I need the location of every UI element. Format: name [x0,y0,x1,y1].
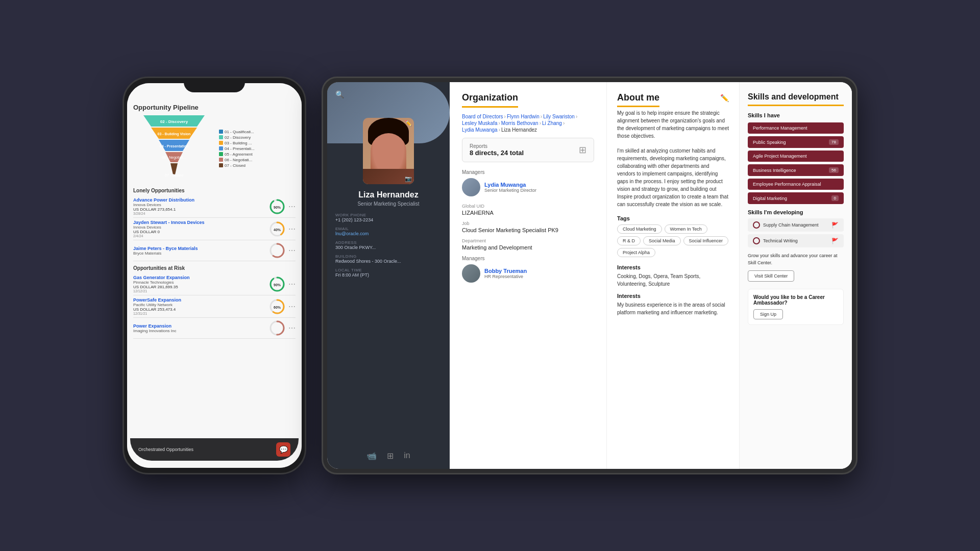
about-edit-icon[interactable]: ✏️ [720,94,729,102]
manager2-role: HR Representative [484,274,527,279]
org-chart-icon[interactable]: ⊞ [579,144,586,156]
chat-icon[interactable]: 💬 [276,442,290,457]
manager2-name[interactable]: Bobby Trueman [484,268,527,274]
email-detail: Email lnu@oracle.com [335,227,442,236]
global-uid-field: Global UID LIZAHERNA [462,204,594,216]
reports-label: Reports [470,143,524,149]
svg-text:04 - Presentation: 04 - Presentation [160,144,188,148]
progress-circle-90b: 90% [269,276,285,292]
svg-text:40%: 40% [274,228,281,232]
skill-agile[interactable]: Agile Project Management [748,151,844,162]
svg-text:90%: 90% [274,206,281,209]
tablet-screen: 🔍 ✏️ 📷 Liza Hernandez Senior Marketing S… [327,82,852,469]
email-value[interactable]: lnu@oracle.com [335,231,442,236]
progress-circle-60 [269,242,285,259]
interests-text: Cooking, Dogs, Opera, Team Sports, Volun… [617,272,729,288]
profile-photo-area: ✏️ 📷 [363,118,414,184]
phone-screen: Opportunity Pipeline 02 - Discovery 03 -… [127,83,302,468]
linkedin-icon[interactable]: in [404,451,410,461]
work-phone-value: +1 (202) 123-2234 [335,217,442,222]
managers-box: Managers Lydia Muwanga Senior Marketing … [462,169,594,196]
skill-performance-management[interactable]: Performance Management [748,122,844,134]
at-risk-opp-2[interactable]: PowerSafe Expansion Pacific Utility Netw… [133,295,296,318]
skill-public-speaking[interactable]: Public Speaking 78 [748,136,844,148]
about-text-2: I'm skilled at analyzing customer habits… [617,147,729,208]
search-icon[interactable]: 🔍 [335,90,442,98]
tag-women-in-tech[interactable]: Women In Tech [665,224,707,234]
work-phone-detail: Work Phone +1 (202) 123-2234 [335,213,442,222]
org-section: Organization Board of Directors › Flynn … [450,82,607,469]
signup-button[interactable]: Sign Up [753,309,783,319]
tags-label: Tags [617,215,729,221]
managers2-box: Managers Bobby Trueman HR Representative [462,256,594,283]
svg-marker-8 [170,163,178,174]
building-detail: Building Redwood Shores - 300 Oracle... [335,254,442,264]
address-value: 300 Oracle PKWY... [335,245,442,250]
job-label: Job [462,221,594,226]
tag-cloud-marketing[interactable]: Cloud Marketing [617,224,662,234]
tag-project-alpha[interactable]: Project Alpha [617,248,655,257]
address-detail: Address 300 Oracle PKWY... [335,240,442,250]
funnel-legend: 01 - Qualificati... 02 - Discovery 03 - … [219,115,255,182]
about-header: About me ✏️ [617,92,729,103]
legend-item: 07 - Closed [219,163,255,168]
department-field: Department Marketing and Development [462,238,594,251]
skill-digital-marketing[interactable]: Digital Marketing 0 [748,192,844,204]
progress-circle-40: 40% [269,221,285,237]
about-title: About me [617,92,659,107]
tags-container: Cloud Marketing Women In Tech R & D Soci… [617,224,729,257]
local-time-label: Local Time [335,268,442,272]
lonely-opp-3[interactable]: Jaime Peters - Byce Materials Bryce Mate… [133,240,296,261]
legend-item: 04 - Presentati... [219,146,255,151]
svg-text:60%: 60% [274,306,281,309]
address-label: Address [335,240,442,245]
visit-skill-center-button[interactable]: Visit Skill Center [748,270,794,282]
funnel-svg: 02 - Discovery 03 - Building Vision 04 -… [133,115,215,182]
legend-item: 05 - Agreement [219,152,255,157]
reports-box: Reports 8 directs, 24 total ⊞ [462,138,594,162]
job-value: Cloud Senior Marketing Specialist PK9 [462,227,594,233]
skill-supply-chain[interactable]: Supply Chain Management 🚩 [748,218,844,232]
profile-name: Liza Hernandez [335,190,442,199]
skills-section: Skills and development Skills I have Per… [740,82,852,469]
phone-device: Opportunity Pipeline 02 - Discovery 03 -… [122,77,306,474]
svg-text:07 - Closed: 07 - Closed [165,173,183,177]
ambassador-box: Would you like to be a Career Ambassador… [748,289,844,325]
camera-icon[interactable]: 📷 [405,176,412,182]
at-risk-opp-1[interactable]: Gas Generator Expansion Pinnacle Technol… [133,273,296,295]
skill-business-intel[interactable]: Business Intelligence 56 [748,164,844,176]
managers2-label: Managers [462,256,594,261]
apps-icon[interactable]: ⊞ [387,451,394,461]
interests2-text: My business experience is in the areas o… [617,301,729,316]
tag-social-influencer[interactable]: Social Influencer [683,236,729,245]
managers-label: Managers [462,169,594,175]
manager-avatar [462,178,480,196]
work-phone-label: Work Phone [335,213,442,217]
manager-item: Lydia Muwanga Senior Marketing Director [462,178,594,196]
skill-emp-appraisal[interactable]: Employee Performance Appraisal [748,179,844,190]
breadcrumb: Board of Directors › Flynn Hardwin › Lil… [462,114,594,133]
org-title: Organization [462,92,518,108]
video-icon[interactable]: 📹 [366,451,377,461]
department-label: Department [462,238,594,243]
skills-have-label: Skills I have [748,112,844,118]
skill-technical-writing[interactable]: Technical Writing 🚩 [748,234,844,247]
reports-value: 8 directs, 24 total [470,149,524,157]
tag-r-and-d[interactable]: R & D [617,236,641,245]
manager2-avatar [462,264,480,283]
manager-name[interactable]: Lydia Muwanga [484,182,536,188]
svg-text:90%: 90% [274,283,281,287]
lonely-opps-title: Lonely Opportunities [133,188,296,193]
tag-social-media[interactable]: Social Media [643,236,681,245]
building-value: Redwood Shores - 300 Oracle... [335,259,442,264]
progress-circle-50 [269,320,285,336]
at-risk-opp-3[interactable]: Power Expansion Imaging Innovations Inc … [133,318,296,339]
skill-developing-circle-icon [753,221,760,229]
lonely-opp-1[interactable]: Advance Power Distribution Innova Device… [133,195,296,218]
content-area: Organization Board of Directors › Flynn … [450,82,852,469]
skill-center-text: Grow your skills and advance your career… [748,253,844,266]
lonely-opp-2[interactable]: Jayden Stewart - Innova Devices Innova D… [133,218,296,240]
edit-photo-icon[interactable]: ✏️ [405,120,412,127]
about-text-1: My goal is to help inspire ensure the st… [617,109,729,140]
legend-item: 01 - Qualificati... [219,130,255,134]
